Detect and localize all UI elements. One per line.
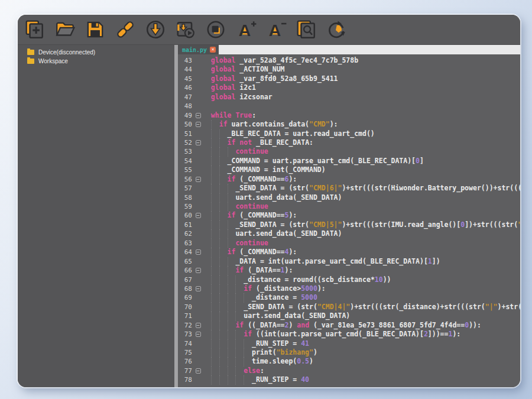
sidebar-item-workspace[interactable]: Workspace xyxy=(18,57,174,66)
download-icon xyxy=(145,19,166,40)
fold-marker[interactable]: − xyxy=(193,211,203,220)
open-file-button[interactable] xyxy=(54,18,76,41)
code-text: if ((_DATA==2) and (_var_81ea_5e73_8861_… xyxy=(203,321,520,330)
line-number: 47 xyxy=(178,93,193,102)
line-number: 48 xyxy=(178,102,193,111)
line-number: 75 xyxy=(178,348,193,357)
sidebar-item-label: Device(disconnected) xyxy=(38,49,95,56)
app-window: A A xyxy=(18,15,520,387)
fold-spacer xyxy=(193,157,203,166)
font-increase-button[interactable]: A xyxy=(235,18,257,41)
sidebar-item-device[interactable]: Device(disconnected) xyxy=(18,48,174,57)
folder-icon xyxy=(27,50,34,55)
code-line: 47 global i2csonar xyxy=(178,93,520,102)
code-line: 72− if ((_DATA==2) and (_var_81ea_5e73_8… xyxy=(178,321,520,330)
fold-spacer xyxy=(193,65,203,74)
code-text: _COMMAND = uart.parse_uart_cmd(_BLE_REC_… xyxy=(203,157,520,166)
stop-button[interactable] xyxy=(205,18,227,41)
line-number: 50 xyxy=(178,120,193,129)
line-number: 74 xyxy=(178,339,193,348)
fold-marker[interactable]: − xyxy=(193,138,203,147)
fold-spacer xyxy=(193,74,203,83)
code-line: 51 _BLE_REC_DATA = uart.read_uart_cmd() xyxy=(178,129,520,138)
code-line: 57 _SEND_DATA = (str("CMD|6|")+str(((str… xyxy=(178,184,520,193)
code-text: continue xyxy=(203,239,520,248)
save-button[interactable] xyxy=(84,18,106,41)
code-line: 71 uart.send_data(_SEND_DATA) xyxy=(178,312,520,320)
sidebar-item-label: Workspace xyxy=(38,58,68,64)
line-number: 45 xyxy=(178,74,193,83)
line-number: 69 xyxy=(178,293,193,302)
fold-spacer xyxy=(193,275,203,284)
line-number: 46 xyxy=(178,83,193,92)
code-line: 74 _RUN_STEP = 41 xyxy=(178,339,520,348)
fold-marker[interactable]: − xyxy=(193,266,203,275)
refresh-icon xyxy=(326,19,347,40)
code-text: _distance = round((scb_distance*10)) xyxy=(203,275,520,284)
code-line: 43 global _var_52a8_4f5c_7ec4_7c7b_578b xyxy=(178,56,520,65)
code-text: _DATA = int(uart.parse_uart_cmd(_BLE_REC… xyxy=(203,257,520,266)
fold-spacer xyxy=(193,166,203,174)
fold-spacer xyxy=(193,147,203,156)
code-line: 56− if (_COMMAND==6): xyxy=(178,175,520,184)
code-text: _distance = 5000 xyxy=(203,293,520,302)
code-line: 64− if (_COMMAND==4): xyxy=(178,248,520,257)
line-number: 70 xyxy=(178,303,193,312)
fold-spacer xyxy=(193,220,203,229)
fold-marker[interactable]: − xyxy=(193,366,203,375)
fold-marker[interactable]: − xyxy=(193,111,203,120)
line-number: 55 xyxy=(178,166,193,174)
code-line: 62 uart.send_data(_SEND_DATA) xyxy=(178,229,520,238)
fold-spacer xyxy=(193,375,203,384)
code-text: continue xyxy=(203,202,520,211)
fold-spacer xyxy=(193,129,203,138)
connect-button[interactable] xyxy=(114,18,137,41)
code-text: if not _BLE_REC_DATA: xyxy=(203,138,520,147)
download-run-button[interactable] xyxy=(174,18,197,41)
fold-spacer xyxy=(193,312,203,320)
fold-spacer xyxy=(193,193,203,202)
font-decrease-icon: A xyxy=(265,19,287,40)
code-line: 53 continue xyxy=(178,147,520,156)
download-button[interactable] xyxy=(144,18,167,41)
refresh-button[interactable] xyxy=(325,18,348,41)
download-run-icon xyxy=(175,19,196,40)
tab-close-icon[interactable]: ✕ xyxy=(210,47,216,53)
fold-spacer xyxy=(193,257,203,266)
fold-marker[interactable]: − xyxy=(193,321,203,330)
line-number: 67 xyxy=(178,275,193,284)
code-line: 69 _distance = 5000 xyxy=(178,293,520,302)
search-button[interactable] xyxy=(295,18,317,41)
fold-marker[interactable]: − xyxy=(193,175,203,184)
main-area: Device(disconnected) Workspace main.py ✕… xyxy=(18,44,520,387)
toolbar: A A xyxy=(18,15,520,44)
fold-marker[interactable]: − xyxy=(193,284,203,293)
tab-main-py[interactable]: main.py ✕ xyxy=(178,45,219,54)
code-text: time.sleep(0.5) xyxy=(203,357,520,366)
line-number: 71 xyxy=(178,312,193,320)
code-line: 65 _DATA = int(uart.parse_uart_cmd(_BLE_… xyxy=(178,257,520,266)
line-number: 59 xyxy=(178,202,193,211)
line-number: 51 xyxy=(178,129,193,138)
fold-spacer xyxy=(193,83,203,92)
fold-marker[interactable]: − xyxy=(193,120,203,129)
code-editor[interactable]: 43 global _var_52a8_4f5c_7ec4_7c7b_578b4… xyxy=(178,54,520,387)
code-lines: 43 global _var_52a8_4f5c_7ec4_7c7b_578b4… xyxy=(178,56,520,385)
new-file-button[interactable] xyxy=(24,18,46,41)
code-text: print("bizhang") xyxy=(203,348,520,357)
fold-marker[interactable]: − xyxy=(193,330,203,339)
fold-spacer xyxy=(193,56,203,65)
code-text: _SEND_DATA = (str("CMD|5|")+str(((str(IM… xyxy=(203,220,520,229)
fold-spacer xyxy=(193,184,203,193)
code-line: 61 _SEND_DATA = (str("CMD|5|")+str(((str… xyxy=(178,220,520,229)
code-text: if (_distance>5000): xyxy=(203,284,520,293)
code-text: global _var_8fd0_52a8_65b9_5411 xyxy=(203,74,520,83)
fold-marker[interactable]: − xyxy=(193,248,203,257)
line-number: 54 xyxy=(178,157,193,166)
line-number: 78 xyxy=(178,375,193,384)
fold-spacer xyxy=(193,339,203,348)
font-decrease-button[interactable]: A xyxy=(265,18,287,41)
code-text: global i2csonar xyxy=(203,93,520,102)
code-line: 67 _distance = round((scb_distance*10)) xyxy=(178,275,520,284)
tab-label: main.py xyxy=(182,47,207,53)
